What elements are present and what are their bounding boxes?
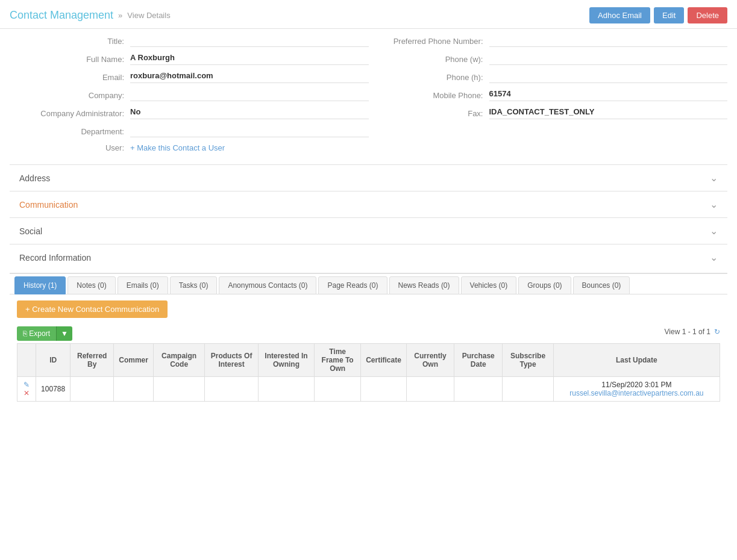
phone-h-label: Phone (h): — [369, 73, 489, 82]
social-section-title: Social — [19, 226, 42, 236]
tab-vehicles[interactable]: Vehicles (0) — [461, 276, 517, 294]
communication-section[interactable]: Communication ⌄ — [10, 191, 727, 217]
breadcrumb-current: View Details — [127, 11, 170, 20]
table-header-cell — [17, 344, 36, 377]
tab-notes[interactable]: Notes (0) — [67, 276, 115, 294]
export-label: Export — [29, 329, 50, 338]
table-header-cell: ID — [36, 344, 71, 377]
cell-certificate — [361, 377, 407, 402]
fax-value: IDA_CONTACT_TEST_ONLY — [489, 107, 728, 119]
cell-id: 100788 — [36, 377, 71, 402]
title-area: Contact Management » View Details — [10, 9, 171, 22]
social-section[interactable]: Social ⌄ — [10, 217, 727, 244]
export-icon: ⎘ — [23, 329, 27, 338]
cell-time_frame_to_own — [315, 377, 361, 402]
company-admin-value: No — [130, 107, 369, 119]
table-header-cell: Purchase Date — [454, 344, 503, 377]
tab-history[interactable]: History (1) — [14, 276, 66, 294]
company-label: Company: — [10, 91, 130, 100]
form-right-fax: Fax: IDA_CONTACT_TEST_ONLY — [369, 107, 728, 119]
make-contact-user-link[interactable]: + Make this Contact a User — [130, 143, 225, 152]
address-section[interactable]: Address ⌄ — [10, 164, 727, 191]
company-row: Company: Mobile Phone: 61574 — [10, 89, 727, 101]
create-communication-row: + Create New Contact Communication — [17, 300, 720, 318]
tab-pagereads[interactable]: Page Reads (0) — [318, 276, 387, 294]
export-button[interactable]: ⎘ Export — [17, 326, 56, 341]
tab-groups[interactable]: Groups (0) — [518, 276, 571, 294]
tab-anonymous[interactable]: Anonymous Contacts (0) — [219, 276, 316, 294]
cell-subscribe_type — [503, 377, 553, 402]
form-right-phone-h: Phone (h): — [369, 71, 728, 83]
tab-newsreads[interactable]: News Reads (0) — [389, 276, 459, 294]
history-table: IDReferred ByCommerCampaign CodeProducts… — [17, 343, 720, 402]
title-row: Title: Preferred Phone Number: — [10, 35, 727, 47]
address-section-title: Address — [19, 173, 50, 183]
adhoc-email-button[interactable]: Adhoc Email — [589, 7, 650, 23]
title-label: Title: — [10, 37, 130, 46]
address-chevron-icon: ⌄ — [710, 172, 718, 184]
form-left-email: Email: roxbura@hotmail.com — [10, 71, 369, 83]
phone-w-label: Phone (w): — [369, 55, 489, 64]
tabs-bar: History (1)Notes (0)Emails (0)Tasks (0)A… — [10, 274, 727, 294]
company-admin-label: Company Administrator: — [10, 109, 130, 118]
delete-button[interactable]: Delete — [688, 7, 727, 23]
tab-bounces[interactable]: Bounces (0) — [573, 276, 630, 294]
refresh-icon[interactable]: ↻ — [714, 328, 720, 336]
form-left-fullname: Full Name: A Roxburgh — [10, 53, 369, 65]
create-communication-button[interactable]: + Create New Contact Communication — [17, 300, 168, 318]
fax-label: Fax: — [369, 109, 489, 118]
form-left-company: Company: — [10, 89, 369, 101]
email-row: Email: roxbura@hotmail.com Phone (h): — [10, 71, 727, 83]
export-group: ⎘ Export ▼ — [17, 326, 72, 341]
fullname-row: Full Name: A Roxburgh Phone (w): — [10, 53, 727, 65]
cell-referred_by — [71, 377, 114, 402]
company-value — [130, 89, 369, 101]
fullname-label: Full Name: — [10, 55, 130, 64]
export-dropdown-button[interactable]: ▼ — [56, 326, 72, 341]
tab-emails[interactable]: Emails (0) — [118, 276, 168, 294]
pagination-text: View 1 - 1 of 1 — [665, 328, 711, 336]
user-label: User: — [10, 143, 130, 152]
header-buttons: Adhoc Email Edit Delete — [589, 7, 727, 23]
pagination-row: View 1 - 1 of 1 ↻ — [665, 328, 721, 336]
table-header-row: IDReferred ByCommerCampaign CodeProducts… — [17, 344, 720, 377]
row-delete-icon[interactable]: ✕ — [24, 389, 30, 397]
table-header-cell: Interested In Owning — [258, 344, 314, 377]
page-title: Contact Management — [10, 9, 113, 22]
table-header-cell: Time Frame To Own — [315, 344, 361, 377]
communication-section-title: Communication — [19, 200, 78, 210]
form-right-phone-w: Phone (w): — [369, 53, 728, 65]
cell-interested_in_owning — [258, 377, 314, 402]
tab-tasks[interactable]: Tasks (0) — [170, 276, 218, 294]
mobile-label: Mobile Phone: — [369, 91, 489, 100]
cell-products_of_interest — [205, 377, 259, 402]
table-header-cell: Currently Own — [406, 344, 454, 377]
table-row: ✎ ✕10078811/Sep/2020 3:01 PM russel.sevi… — [17, 377, 720, 402]
department-label: Department: — [10, 127, 130, 136]
table-header-cell: Commer — [114, 344, 154, 377]
cell-currently_own — [406, 377, 454, 402]
preferred-phone-value — [489, 35, 728, 47]
social-chevron-icon: ⌄ — [710, 225, 718, 237]
form-left-user: User: + Make this Contact a User — [10, 143, 369, 152]
user-row: User: + Make this Contact a User — [10, 143, 727, 152]
main-content: Title: Preferred Phone Number: Full Name… — [0, 29, 737, 408]
fullname-value: A Roxburgh — [130, 53, 369, 65]
record-info-section-title: Record Information — [19, 253, 91, 263]
table-header-cell: Certificate — [361, 344, 407, 377]
table-header-cell: Campaign Code — [153, 344, 204, 377]
row-edit-icon[interactable]: ✎ — [24, 381, 30, 389]
email-value: roxbura@hotmail.com — [130, 71, 369, 83]
table-header-cell: Referred By — [71, 344, 114, 377]
table-header-cell: Last Update — [553, 344, 720, 377]
table-header-cell: Subscribe Type — [503, 344, 553, 377]
edit-button[interactable]: Edit — [654, 7, 684, 23]
tab-content: + Create New Contact Communication ⎘ Exp… — [10, 294, 727, 408]
mobile-value: 61574 — [489, 89, 728, 101]
record-info-section[interactable]: Record Information ⌄ — [10, 244, 727, 270]
form-right-preferred-phone: Preferred Phone Number: — [369, 35, 728, 47]
title-value — [130, 35, 369, 47]
page-header: Contact Management » View Details Adhoc … — [0, 0, 737, 29]
last-update-email-link[interactable]: russel.sevilla@interactivepartners.com.a… — [569, 389, 703, 397]
cell-commer — [114, 377, 154, 402]
